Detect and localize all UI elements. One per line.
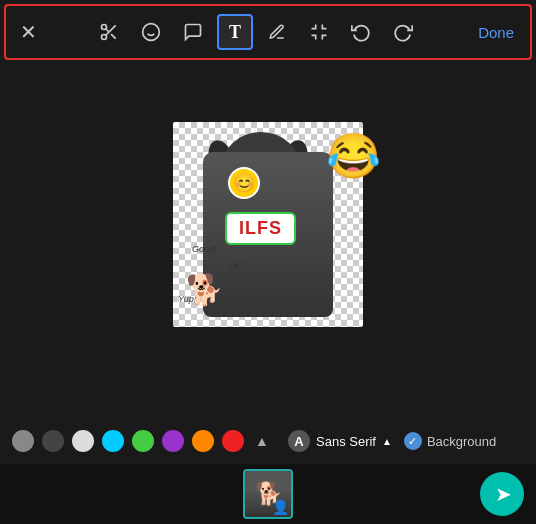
color-cyan[interactable] — [102, 430, 124, 452]
color-red[interactable] — [222, 430, 244, 452]
canvas[interactable]: 😊 😂 ILFS Good! ok! Yup! 🐕 — [173, 122, 363, 327]
undo-button[interactable] — [343, 14, 379, 50]
ilfs-text-sticker[interactable]: ILFS — [225, 212, 296, 245]
send-icon: ➤ — [495, 482, 512, 506]
toolbar: ✕ T — [4, 4, 532, 60]
redo-button[interactable] — [385, 14, 421, 50]
chevron-up-icon: ▲ — [255, 433, 269, 449]
cartoon-dog-icon: 🐕 — [186, 272, 223, 307]
font-selector[interactable]: A Sans Serif ▲ — [288, 430, 392, 452]
done-button[interactable]: Done — [470, 20, 522, 45]
text-tool-button[interactable]: T — [217, 14, 253, 50]
font-icon: A — [288, 430, 310, 452]
ok-text: ok! — [230, 260, 242, 270]
cartoon-dog-sticker[interactable]: Good! ok! Yup! 🐕 — [178, 242, 248, 312]
color-purple[interactable] — [162, 430, 184, 452]
color-green[interactable] — [132, 430, 154, 452]
color-orange[interactable] — [192, 430, 214, 452]
close-button[interactable]: ✕ — [14, 18, 42, 46]
background-toggle[interactable]: ✓ Background — [404, 432, 496, 450]
svg-point-0 — [102, 25, 107, 30]
svg-point-1 — [102, 35, 107, 40]
bubble-tool-button[interactable] — [175, 14, 211, 50]
expand-colors-button[interactable]: ▲ — [252, 431, 272, 451]
color-gray[interactable] — [12, 430, 34, 452]
background-label: Background — [427, 434, 496, 449]
film-thumb-content: 🐕 👤 — [245, 471, 291, 517]
laugh-emoji-sticker[interactable]: 😂 — [326, 130, 381, 182]
crop-tool-button[interactable] — [301, 14, 337, 50]
canvas-area: 😊 😂 ILFS Good! ok! Yup! 🐕 — [0, 64, 536, 384]
svg-point-5 — [143, 24, 160, 41]
svg-line-4 — [106, 29, 109, 32]
tool-group: T — [91, 14, 421, 50]
emoji-tool-button[interactable] — [133, 14, 169, 50]
svg-line-3 — [111, 34, 116, 39]
font-name-label: Sans Serif — [316, 434, 376, 449]
pen-tool-button[interactable] — [259, 14, 295, 50]
font-chevron-icon: ▲ — [382, 436, 392, 447]
film-thumbnail[interactable]: 🐕 👤 — [243, 469, 293, 519]
background-check-icon: ✓ — [404, 432, 422, 450]
bottom-bar: ▲ A Sans Serif ▲ ✓ Background — [0, 418, 536, 464]
filmstrip: 🐕 👤 — [0, 464, 536, 524]
color-dark-gray[interactable] — [42, 430, 64, 452]
color-white[interactable] — [72, 430, 94, 452]
send-button[interactable]: ➤ — [480, 472, 524, 516]
smiley-sticker[interactable]: 😊 — [228, 167, 260, 199]
good-text: Good! — [192, 244, 217, 254]
scissors-tool-button[interactable] — [91, 14, 127, 50]
